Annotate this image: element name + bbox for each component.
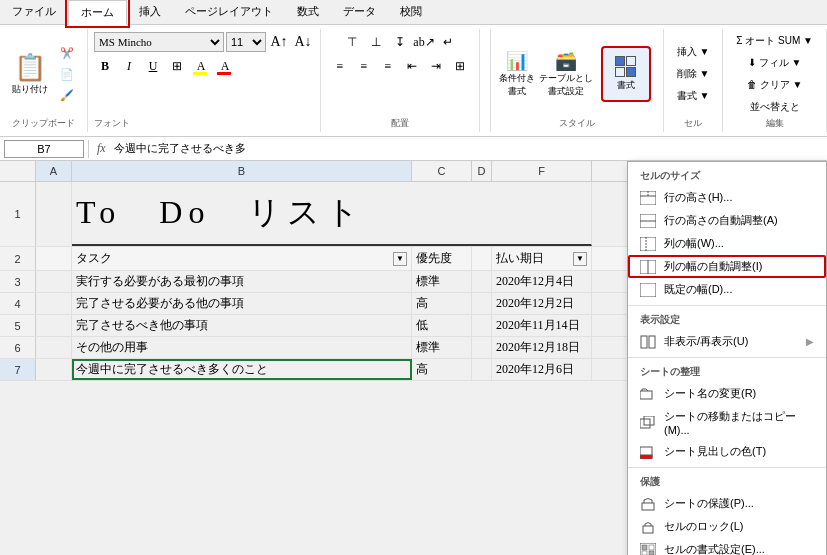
cell-a2[interactable]: [36, 247, 72, 270]
insert-cells-button[interactable]: 挿入 ▼: [672, 42, 715, 62]
cell-a5[interactable]: [36, 315, 72, 336]
font-name-select[interactable]: MS Mincho: [94, 32, 224, 52]
cut-button[interactable]: ✂️: [55, 44, 79, 63]
border-button[interactable]: ⊞: [166, 55, 188, 77]
cell-c4[interactable]: 高: [412, 293, 472, 314]
cell-e3[interactable]: 2020年12月4日: [492, 271, 592, 292]
cell-b4[interactable]: 完了させる必要がある他の事項: [72, 293, 412, 314]
align-middle-button[interactable]: ⊥: [365, 31, 387, 53]
cell-d3[interactable]: [472, 271, 492, 292]
cell-b3[interactable]: 実行する必要がある最初の事項: [72, 271, 412, 292]
cell-e5[interactable]: 2020年11月14日: [492, 315, 592, 336]
align-right-button[interactable]: ≡: [377, 55, 399, 77]
font-size-select[interactable]: 11: [226, 32, 266, 52]
decrease-font-button[interactable]: A↓: [292, 31, 314, 53]
col-header-d[interactable]: D: [472, 161, 492, 181]
paste-button[interactable]: 📋 貼り付け: [8, 46, 52, 102]
lock-cell-item[interactable]: セルのロック(L): [628, 515, 826, 538]
cell-c7[interactable]: 高: [412, 359, 472, 380]
default-width-item[interactable]: 既定の幅(D)...: [628, 278, 826, 301]
cell-c6[interactable]: 標準: [412, 337, 472, 358]
format-cells-button[interactable]: 書式 ▼: [672, 86, 715, 106]
protect-sheet-item[interactable]: シートの保護(P)...: [628, 492, 826, 515]
tab-review[interactable]: 校閲: [388, 0, 434, 24]
delete-cells-button[interactable]: 削除 ▼: [672, 64, 715, 84]
cell-b2[interactable]: タスク ▼: [72, 247, 412, 270]
sort-filter-button[interactable]: 並べ替えと: [745, 97, 805, 117]
table-format-button[interactable]: 🗃️ テーブルとし 書式設定: [539, 50, 593, 98]
show-hide-item[interactable]: 非表示/再表示(U) ▶: [628, 330, 826, 353]
cell-size-section: セルのサイズ 行の高さ(H)...: [628, 162, 826, 306]
tab-home[interactable]: ホーム: [68, 0, 127, 25]
auto-row-height-item[interactable]: 行の高さの自動調整(A): [628, 209, 826, 232]
cell-b7[interactable]: 今週中に完了させるべき多くのこと: [72, 359, 412, 380]
increase-indent-button[interactable]: ⇥: [425, 55, 447, 77]
col-header-c[interactable]: C: [412, 161, 472, 181]
wrap-text-button[interactable]: ↵: [437, 31, 459, 53]
row-height-icon: [640, 191, 656, 205]
cell-d6[interactable]: [472, 337, 492, 358]
cell-d5[interactable]: [472, 315, 492, 336]
clear-button[interactable]: 🗑 クリア ▼: [742, 75, 807, 95]
text-angle-button[interactable]: ab↗: [413, 31, 435, 53]
auto-col-width-item[interactable]: 列の幅の自動調整(I): [628, 255, 826, 278]
merge-cells-button[interactable]: ⊞: [449, 55, 471, 77]
col-header-b[interactable]: B: [72, 161, 412, 181]
tab-page-layout[interactable]: ページレイアウト: [173, 0, 285, 24]
col-headers: A B C D F: [0, 161, 627, 182]
cell-format-item[interactable]: セルの書式設定(E)...: [628, 538, 826, 555]
format-painter-button[interactable]: 🖌️: [55, 86, 79, 105]
cell-a3[interactable]: [36, 271, 72, 292]
fill-color-button[interactable]: A: [190, 55, 212, 77]
bold-button[interactable]: B: [94, 55, 116, 77]
cell-e4[interactable]: 2020年12月2日: [492, 293, 592, 314]
copy-button[interactable]: 📄: [55, 65, 79, 84]
cell-d7[interactable]: [472, 359, 492, 380]
cell-style-button[interactable]: 書式: [601, 46, 651, 102]
task-dropdown-arrow[interactable]: ▼: [393, 252, 407, 266]
sheet-tab-color-item[interactable]: シート見出しの色(T): [628, 440, 826, 463]
cell-e2[interactable]: 払い期日 ▼: [492, 247, 592, 270]
cell-c5[interactable]: 低: [412, 315, 472, 336]
align-left-button[interactable]: ≡: [329, 55, 351, 77]
cell-c2[interactable]: 優先度: [412, 247, 472, 270]
tab-formula[interactable]: 数式: [285, 0, 331, 24]
row-height-item[interactable]: 行の高さ(H)...: [628, 186, 826, 209]
cell-b6[interactable]: その他の用事: [72, 337, 412, 358]
cell-a7[interactable]: [36, 359, 72, 380]
increase-font-button[interactable]: A↑: [268, 31, 290, 53]
cell-c3[interactable]: 標準: [412, 271, 472, 292]
date-dropdown-arrow[interactable]: ▼: [573, 252, 587, 266]
font-color-button[interactable]: A: [214, 55, 236, 77]
cell-a6[interactable]: [36, 337, 72, 358]
cell-a4[interactable]: [36, 293, 72, 314]
cell-d2[interactable]: [472, 247, 492, 270]
cell-b1[interactable]: To Do リスト: [72, 182, 592, 246]
tab-file[interactable]: ファイル: [0, 0, 68, 24]
decrease-indent-button[interactable]: ⇤: [401, 55, 423, 77]
cell-d4[interactable]: [472, 293, 492, 314]
cell-a1[interactable]: [36, 182, 72, 246]
italic-button[interactable]: I: [118, 55, 140, 77]
cell-reference-input[interactable]: [4, 140, 84, 158]
tab-insert[interactable]: 挿入: [127, 0, 173, 24]
fill-button[interactable]: ⬇ フィル ▼: [743, 53, 806, 73]
rename-sheet-item[interactable]: シート名の変更(R): [628, 382, 826, 405]
col-header-a[interactable]: A: [36, 161, 72, 181]
cell-b5[interactable]: 完了させるべき他の事項: [72, 315, 412, 336]
cell-e6[interactable]: 2020年12月18日: [492, 337, 592, 358]
align-center-button[interactable]: ≡: [353, 55, 375, 77]
clipboard-group: 📋 貼り付け ✂️ 📄 🖌️ クリップボード: [0, 29, 88, 132]
cell-e7[interactable]: 2020年12月6日: [492, 359, 592, 380]
autosum-button[interactable]: Σ オート SUM ▼: [731, 31, 818, 51]
main-area: A B C D F 1 To Do リスト 2 タスク ▼ 優先度: [0, 161, 827, 381]
col-width-item[interactable]: 列の幅(W)...: [628, 232, 826, 255]
formula-input[interactable]: [114, 140, 823, 158]
underline-button[interactable]: U: [142, 55, 164, 77]
conditional-format-button[interactable]: 📊 条件付き 書式: [499, 50, 535, 98]
col-header-e[interactable]: F: [492, 161, 592, 181]
tab-data[interactable]: データ: [331, 0, 388, 24]
move-copy-sheet-item[interactable]: シートの移動またはコピー(M)...: [628, 405, 826, 440]
align-bottom-button[interactable]: ↧: [389, 31, 411, 53]
align-top-button[interactable]: ⊤: [341, 31, 363, 53]
